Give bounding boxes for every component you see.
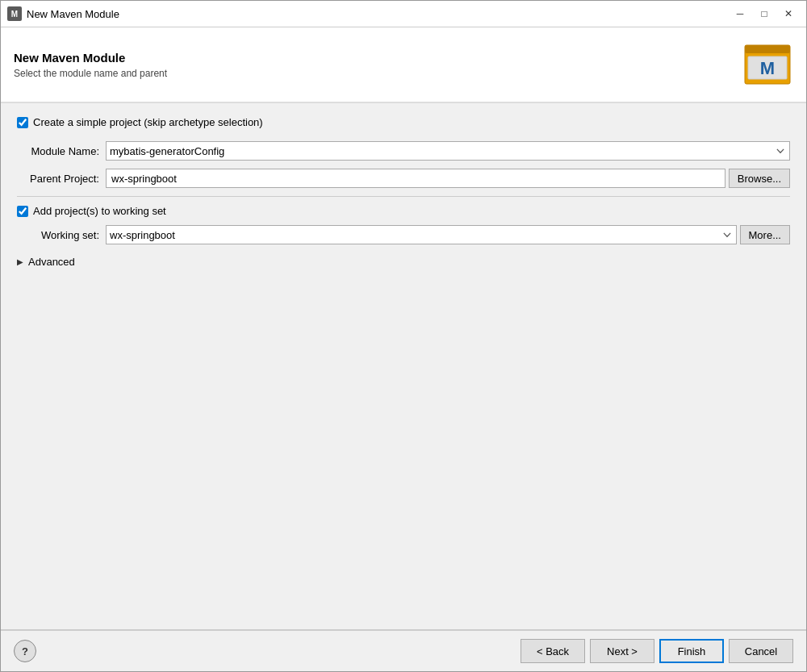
simple-project-label[interactable]: Create a simple project (skip archetype … (33, 116, 263, 128)
more-button[interactable]: More... (740, 225, 790, 244)
working-set-checkbox-row: Add project(s) to working set (17, 205, 790, 217)
browse-button[interactable]: Browse... (729, 169, 790, 188)
advanced-chevron-icon: ▶ (17, 257, 23, 266)
working-set-select[interactable]: wx-springboot (106, 225, 737, 244)
maven-logo: M (742, 39, 793, 90)
dialog-title: New Maven Module (14, 51, 167, 65)
title-bar-controls: ─ □ ✕ (729, 6, 800, 22)
parent-project-row: Parent Project: Browse... (17, 169, 790, 188)
help-button[interactable]: ? (14, 640, 36, 662)
footer: ? < Back Next > Finish Cancel (1, 629, 806, 671)
window-icon: M (7, 6, 22, 21)
advanced-label: Advanced (28, 256, 75, 268)
svg-text:M: M (760, 58, 775, 78)
cancel-button[interactable]: Cancel (729, 639, 793, 663)
advanced-row[interactable]: ▶ Advanced (17, 253, 790, 271)
window-title: New Maven Module (27, 8, 119, 20)
module-name-input-group: mybatis-generatorConfig (106, 141, 790, 161)
working-set-checkbox[interactable] (17, 206, 28, 217)
working-set-checkbox-label[interactable]: Add project(s) to working set (33, 205, 166, 217)
simple-project-checkbox[interactable] (17, 117, 28, 128)
content-area: Create a simple project (skip archetype … (1, 103, 806, 629)
working-set-label: Working set: (17, 229, 106, 241)
svg-rect-3 (745, 45, 790, 53)
next-button[interactable]: Next > (590, 639, 654, 663)
module-name-select[interactable]: mybatis-generatorConfig (106, 141, 790, 161)
simple-project-row: Create a simple project (skip archetype … (17, 116, 790, 128)
title-bar: M New Maven Module ─ □ ✕ (1, 1, 806, 27)
header-text: New Maven Module Select the module name … (14, 51, 167, 79)
close-button[interactable]: ✕ (777, 6, 800, 22)
module-name-label: Module Name: (17, 145, 106, 157)
back-button[interactable]: < Back (521, 639, 585, 663)
maximize-button[interactable]: □ (753, 6, 776, 22)
title-bar-left: M New Maven Module (7, 6, 119, 21)
main-window: M New Maven Module ─ □ ✕ New Maven Modul… (0, 0, 807, 672)
finish-button[interactable]: Finish (659, 639, 724, 663)
svg-text:M: M (11, 10, 18, 19)
module-name-row: Module Name: mybatis-generatorConfig (17, 141, 790, 161)
parent-project-input-group: Browse... (106, 169, 790, 188)
parent-project-label: Parent Project: (17, 173, 106, 185)
footer-left: ? (14, 640, 36, 662)
working-set-row: Working set: wx-springboot More... (17, 225, 790, 244)
header-section: New Maven Module Select the module name … (1, 27, 806, 103)
working-set-input-group: wx-springboot More... (106, 225, 790, 244)
parent-project-input[interactable] (106, 169, 725, 188)
dialog-subtitle: Select the module name and parent (14, 68, 167, 79)
footer-buttons: < Back Next > Finish Cancel (521, 639, 793, 663)
separator-1 (17, 196, 790, 197)
minimize-button[interactable]: ─ (729, 6, 751, 22)
